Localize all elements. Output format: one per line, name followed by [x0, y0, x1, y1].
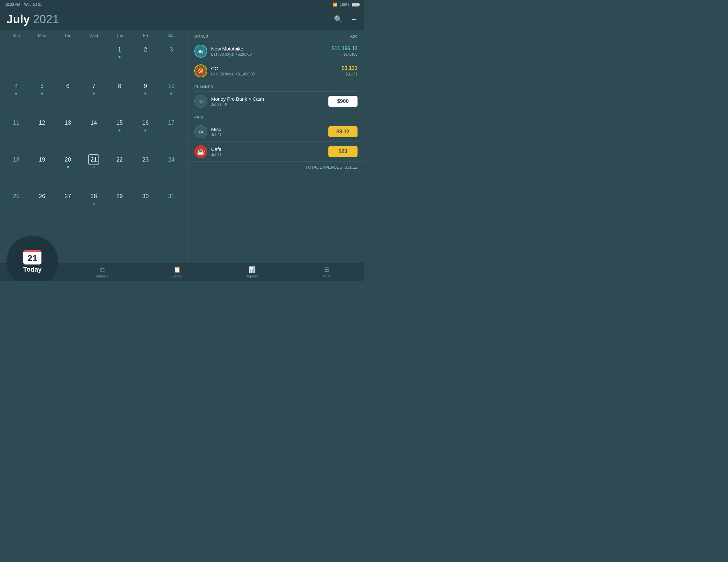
tab-balance[interactable]: ⚖ Balance	[65, 263, 140, 281]
paid-title: PAID	[194, 115, 204, 119]
day-dot-5	[41, 93, 43, 95]
calendar-day-20[interactable]: 20	[55, 152, 81, 188]
misc-amount: $8.12	[328, 126, 358, 137]
tab-today[interactable]: 21 Today	[0, 263, 65, 281]
day-header-thu: Thu	[107, 33, 132, 38]
calendar-week-4: 25262728293031	[3, 188, 184, 225]
goal-cc[interactable]: 🎯 CC Last 30 days: +$1,400.00 $3,131 $3,…	[188, 61, 364, 81]
calendar-day-empty	[3, 41, 29, 78]
reports-icon: 📊	[248, 266, 256, 273]
day-number-31: 31	[166, 191, 177, 202]
calendar-day-24[interactable]: 24	[158, 152, 184, 188]
tab-reports[interactable]: 📊 Reports	[214, 263, 289, 281]
wifi-icon: 📶	[333, 3, 337, 7]
today-date: 21	[23, 250, 41, 265]
planned-transfer[interactable]: ↻ Money Pro Bank > Cash Jul 21 ⏱ $900	[188, 92, 364, 111]
paid-misc[interactable]: 🗂 Misc Jul 21 $8.12	[188, 122, 364, 142]
calendar-day-8[interactable]: 8	[107, 78, 132, 115]
header-icons: 🔍 ＋	[334, 15, 358, 24]
calendar: SunMonTueWedThuFriSat 123456789101112131…	[0, 30, 188, 263]
calendar-day-empty	[158, 225, 184, 262]
cc-icon: 🎯	[194, 64, 207, 77]
day-number-28: 28	[88, 191, 99, 202]
day-number-11: 11	[11, 118, 22, 129]
mototbike-icon: 🏍	[194, 45, 207, 58]
calendar-day-22[interactable]: 22	[107, 152, 132, 188]
paid-cafe[interactable]: ☕ Cafe Jul 21 $23	[188, 142, 364, 162]
calendar-day-27[interactable]: 27	[55, 188, 81, 225]
calendar-day-7[interactable]: 7	[81, 78, 107, 115]
cafe-name: Cafe	[211, 146, 324, 152]
calendar-day-21[interactable]: 21	[81, 152, 107, 188]
calendar-day-12[interactable]: 12	[29, 115, 55, 152]
cafe-info: Cafe Jul 21	[211, 146, 324, 157]
calendar-day-25[interactable]: 25	[3, 188, 29, 225]
day-number-8: 8	[114, 81, 125, 92]
misc-name: Misc	[211, 127, 324, 132]
calendar-day-11[interactable]: 11	[3, 115, 29, 152]
calendar-day-2[interactable]: 2	[132, 41, 158, 78]
day-dot-1	[119, 56, 120, 58]
tab-budget[interactable]: 📋 Budget	[140, 263, 214, 281]
day-number-14: 14	[88, 118, 99, 129]
transfer-icon: ↻	[194, 95, 207, 108]
calendar-day-1[interactable]: 1	[107, 41, 132, 78]
transfer-amount: $900	[328, 96, 358, 107]
calendar-day-26[interactable]: 26	[29, 188, 55, 225]
cc-amount: $3,131 $3,131	[342, 65, 358, 76]
status-bar: 10:22 AM Wed Jul 21 📶 100%	[0, 0, 364, 9]
day-number-2: 2	[140, 44, 151, 55]
calendar-day-5[interactable]: 5	[29, 78, 55, 115]
misc-sub: Jul 21	[211, 133, 324, 137]
calendar-day-16[interactable]: 16	[132, 115, 158, 152]
calendar-day-empty	[107, 225, 132, 262]
day-number-3: 3	[166, 44, 177, 55]
calendar-day-31[interactable]: 31	[158, 188, 184, 225]
total-expenses: TOTAL EXPENSES: $31.12	[188, 162, 364, 173]
cc-info: CC Last 30 days: +$1,400.00	[211, 66, 338, 76]
mototbike-name: New Mototbike	[211, 46, 328, 52]
calendar-day-30[interactable]: 30	[132, 188, 158, 225]
battery-icon	[352, 3, 359, 6]
calendar-day-14[interactable]: 14	[81, 115, 107, 152]
day-number-12: 12	[37, 118, 48, 129]
reports-label: Reports	[245, 274, 258, 278]
day-header-wed: Wed	[81, 33, 107, 38]
day-number-13: 13	[63, 118, 74, 129]
calendar-day-15[interactable]: 15	[107, 115, 132, 152]
calendar-day-23[interactable]: 23	[132, 152, 158, 188]
paid-header: PAID	[188, 111, 364, 122]
search-icon[interactable]: 🔍	[334, 15, 343, 24]
tab-more[interactable]: ☰ More	[289, 263, 364, 281]
calendar-day-28[interactable]: 28	[81, 188, 107, 225]
day-headers: SunMonTueWedThuFriSat	[0, 30, 188, 40]
calendar-day-10[interactable]: 10	[158, 78, 184, 115]
day-number-1: 1	[114, 44, 125, 55]
day-number-17: 17	[166, 118, 177, 129]
day-number-25: 25	[11, 191, 22, 202]
add-icon[interactable]: ＋	[350, 15, 358, 24]
calendar-day-4[interactable]: 4	[3, 78, 29, 115]
day-dot-9	[144, 93, 146, 95]
day-number-20: 20	[63, 154, 74, 165]
goals-add-button[interactable]: Add	[350, 34, 358, 39]
calendar-day-9[interactable]: 9	[132, 78, 158, 115]
day-number-10: 10	[166, 81, 177, 92]
status-right: 📶 100%	[333, 3, 359, 7]
mototbike-info: New Mototbike Last 30 days: +$280.00	[211, 46, 328, 57]
calendar-day-19[interactable]: 19	[29, 152, 55, 188]
calendar-day-empty	[55, 225, 81, 262]
calendar-day-3[interactable]: 3	[158, 41, 184, 78]
calendar-day-13[interactable]: 13	[55, 115, 81, 152]
calendar-day-18[interactable]: 18	[3, 152, 29, 188]
goals-title: GOALS	[194, 34, 208, 38]
calendar-day-6[interactable]: 6	[55, 78, 81, 115]
cc-amount-secondary: $3,131	[342, 72, 358, 76]
right-panel: GOALS Add 🏍 New Mototbike Last 30 days: …	[188, 30, 364, 263]
month-label: July	[6, 13, 30, 26]
day-header-sun: Sun	[3, 33, 29, 38]
calendar-day-17[interactable]: 17	[158, 115, 184, 152]
goal-mototbike[interactable]: 🏍 New Mototbike Last 30 days: +$280.00 $…	[188, 41, 364, 61]
more-icon: ☰	[324, 266, 329, 273]
calendar-day-29[interactable]: 29	[107, 188, 132, 225]
